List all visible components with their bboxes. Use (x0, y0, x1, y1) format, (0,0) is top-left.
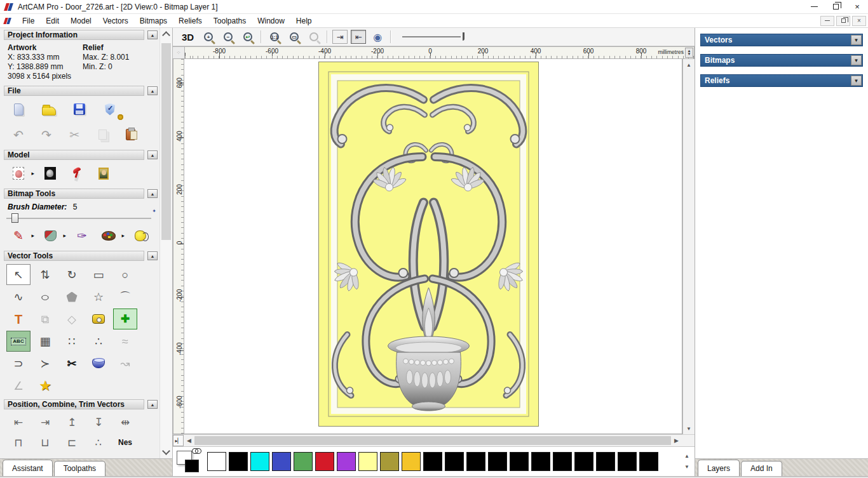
redo-icon[interactable]: ↷ (37, 125, 56, 144)
brush-diameter-slider[interactable]: ✦ (6, 213, 151, 223)
primary-secondary-colour-indicator[interactable] (177, 449, 203, 474)
options-icon[interactable] (100, 100, 119, 119)
magic-wand-icon[interactable]: ★ (33, 375, 57, 396)
new-model-icon[interactable] (9, 100, 28, 119)
cross-section-icon[interactable]: ∠ (6, 375, 31, 396)
scatter-copies-icon[interactable]: ∴ (86, 433, 111, 452)
collapse-file-button[interactable] (147, 86, 158, 95)
vertical-scrollbar[interactable]: ▲ ▼ (682, 59, 695, 434)
swatch-black[interactable] (488, 452, 507, 471)
zoom-previous-icon[interactable]: ↩ (240, 29, 256, 44)
colour-palette-icon[interactable] (99, 226, 118, 245)
align-centre-icon[interactable]: ⇹ (113, 413, 137, 432)
bitmaps-header[interactable]: Bitmaps (700, 54, 863, 67)
swatch-olive[interactable] (380, 452, 399, 471)
menu-reliefs[interactable]: Reliefs (173, 15, 208, 27)
toolbar-separator[interactable] (261, 30, 262, 43)
paste-icon[interactable] (121, 125, 140, 144)
measure-tool-icon[interactable] (86, 309, 111, 329)
reliefs-header[interactable]: Reliefs (700, 74, 863, 87)
tab-assistant[interactable]: Assistant (3, 460, 53, 476)
two-rail-sweep-icon[interactable] (86, 353, 111, 374)
block-paste-icon[interactable]: ✚ (113, 309, 137, 329)
collapse-project-information-button[interactable] (147, 30, 158, 39)
mdi-minimize-button[interactable] (820, 16, 834, 26)
set-model-size-icon[interactable] (9, 164, 28, 183)
menu-help[interactable]: Help (290, 15, 318, 27)
paste-along-curve-icon[interactable]: ∷ (60, 331, 84, 352)
zoom-out-icon[interactable]: − (220, 29, 236, 44)
collapse-bitmap-tools-button[interactable] (147, 189, 158, 198)
palette-scroll-buttons[interactable]: ▲▼ (681, 449, 693, 474)
horizontal-scrollbar[interactable]: ▸▏ ◀ ▶ (173, 434, 695, 446)
fit-arcs-icon[interactable]: ≈ (113, 331, 137, 352)
swatch-black[interactable] (531, 452, 550, 471)
restore-button[interactable] (825, 0, 846, 13)
scroll-down-icon[interactable]: ▼ (683, 423, 695, 434)
contrast-slider[interactable] (402, 32, 466, 41)
toolbar-separator[interactable] (390, 30, 391, 43)
swatch-black[interactable] (510, 452, 529, 471)
minimize-button[interactable] (803, 0, 825, 13)
centre-vertical-icon[interactable]: ⊓ (6, 433, 31, 452)
ruler-unit-dropdown[interactable]: ▲▼ (685, 48, 693, 58)
centre-horizontal-icon[interactable]: ⊔ (33, 433, 57, 452)
node-editing-icon[interactable]: ⇅ (33, 264, 57, 285)
vectors-header[interactable]: Vectors (700, 34, 863, 46)
scroll-left-icon[interactable]: ◀ (184, 435, 194, 446)
swatch-cyan[interactable] (250, 452, 269, 471)
canvas-2d-view[interactable] (184, 59, 682, 434)
scroll-up-icon[interactable]: ▲ (683, 60, 695, 70)
create-polygon-icon[interactable]: ⬠ (60, 286, 84, 307)
envelope-distort-icon[interactable]: ▦ (33, 331, 57, 352)
create-node-polyline-icon[interactable]: ∴ (86, 331, 111, 352)
mdi-close-button[interactable]: × (852, 16, 866, 26)
create-circle-icon[interactable]: ○ (113, 264, 137, 285)
menu-file[interactable]: File (17, 15, 40, 27)
swatch-black[interactable] (423, 452, 442, 471)
create-ellipse-icon[interactable]: ○ (33, 286, 57, 307)
expand-panel-icon[interactable] (851, 76, 862, 86)
swatch-black[interactable] (639, 452, 658, 471)
swatch-red[interactable] (315, 452, 334, 471)
create-arc-icon[interactable]: ⌒ (113, 286, 137, 307)
centre-in-page-icon[interactable]: ⊏ (60, 433, 84, 452)
align-right-icon[interactable]: ⇥ (33, 413, 57, 432)
create-text-icon[interactable]: T (6, 309, 31, 329)
show-vectors-icon[interactable]: ⇤ (351, 30, 366, 44)
transform-vectors-icon[interactable]: ↻ (60, 264, 84, 285)
create-star-icon[interactable]: ☆ (86, 286, 111, 307)
swatch-gold[interactable] (402, 452, 421, 471)
menu-edit[interactable]: Edit (40, 15, 65, 27)
nesting-icon[interactable]: Nes (113, 433, 137, 452)
align-top-icon[interactable]: ↥ (60, 413, 84, 432)
zoom-in-icon[interactable]: + (200, 29, 217, 44)
swatch-blue[interactable] (272, 452, 291, 471)
palette-scroll-down-icon[interactable]: ▼ (684, 464, 689, 470)
swatch-black[interactable] (596, 452, 615, 471)
palette-scroll-up-icon[interactable]: ▲ (684, 453, 689, 459)
create-rectangle-icon[interactable]: ▭ (86, 264, 111, 285)
tab-toolpaths[interactable]: Toolpaths (54, 461, 105, 476)
collapse-model-button[interactable] (147, 150, 158, 159)
swatch-black[interactable] (553, 452, 572, 471)
secondary-colour-swatch[interactable] (185, 460, 199, 472)
collapse-position-button[interactable] (147, 400, 158, 409)
colour-picker-icon[interactable]: ✑ (72, 226, 92, 245)
lighting-icon[interactable] (67, 164, 86, 183)
zoom-fit-icon[interactable]: ▭ (286, 29, 302, 44)
scroll-down-icon[interactable] (162, 448, 170, 456)
swatch-black[interactable] (574, 452, 593, 471)
swatch-pale-yellow[interactable] (358, 452, 377, 471)
align-bottom-icon[interactable]: ↧ (86, 413, 111, 432)
toggle-3d-view-button[interactable]: 3D (179, 32, 196, 43)
flood-fill-icon[interactable] (41, 226, 60, 245)
blend-spans-icon[interactable]: ⊃ (6, 353, 31, 374)
open-model-icon[interactable] (39, 100, 58, 119)
save-model-icon[interactable] (70, 100, 89, 119)
menu-toolpaths[interactable]: Toolpaths (208, 15, 252, 27)
slider-thumb[interactable] (11, 213, 18, 223)
texture-relief-icon[interactable] (94, 164, 113, 183)
zoom-1to1-icon[interactable]: 1:1 (266, 29, 283, 44)
tab-layers[interactable]: Layers (698, 460, 740, 476)
